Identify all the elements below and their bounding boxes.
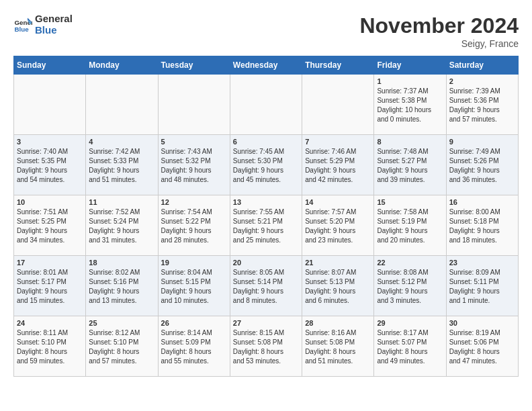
day-info: Sunrise: 7:54 AM Sunset: 5:22 PM Dayligh…: [161, 208, 227, 245]
calendar-cell: 1Sunrise: 7:37 AM Sunset: 5:38 PM Daylig…: [374, 75, 446, 135]
day-number: 28: [305, 319, 371, 327]
weekday-header-thursday: Thursday: [302, 56, 374, 75]
day-number: 20: [233, 259, 299, 267]
day-info: Sunrise: 8:19 AM Sunset: 5:06 PM Dayligh…: [449, 328, 515, 366]
calendar-cell: [14, 75, 86, 135]
day-number: 5: [161, 138, 227, 146]
day-info: Sunrise: 8:04 AM Sunset: 5:15 PM Dayligh…: [161, 268, 227, 306]
calendar-cell: 3Sunrise: 7:40 AM Sunset: 5:35 PM Daylig…: [14, 135, 86, 195]
calendar-cell: 13Sunrise: 7:55 AM Sunset: 5:21 PM Dayli…: [230, 195, 302, 256]
day-info: Sunrise: 8:16 AM Sunset: 5:08 PM Dayligh…: [305, 328, 371, 366]
weekday-header-wednesday: Wednesday: [230, 56, 302, 75]
day-number: 29: [377, 319, 443, 327]
calendar-cell: 8Sunrise: 7:48 AM Sunset: 5:27 PM Daylig…: [374, 135, 446, 195]
day-number: 11: [89, 198, 154, 206]
weekday-header-row: SundayMondayTuesdayWednesdayThursdayFrid…: [14, 56, 519, 75]
day-number: 4: [89, 138, 154, 146]
calendar-cell: 16Sunrise: 8:00 AM Sunset: 5:18 PM Dayli…: [446, 195, 518, 256]
day-info: Sunrise: 8:15 AM Sunset: 5:08 PM Dayligh…: [233, 328, 299, 366]
day-number: 24: [17, 319, 83, 327]
day-number: 7: [305, 138, 371, 146]
title-block: November 2024 Seigy, France: [359, 13, 519, 49]
day-number: 17: [17, 259, 83, 267]
calendar-cell: [302, 75, 374, 135]
calendar-cell: 30Sunrise: 8:19 AM Sunset: 5:06 PM Dayli…: [446, 316, 518, 377]
weekday-header-monday: Monday: [86, 56, 158, 75]
calendar-week-row: 10Sunrise: 7:51 AM Sunset: 5:25 PM Dayli…: [14, 195, 519, 256]
calendar-cell: 28Sunrise: 8:16 AM Sunset: 5:08 PM Dayli…: [302, 316, 374, 377]
calendar-cell: 14Sunrise: 7:57 AM Sunset: 5:20 PM Dayli…: [302, 195, 374, 256]
day-info: Sunrise: 7:43 AM Sunset: 5:32 PM Dayligh…: [161, 147, 227, 185]
day-info: Sunrise: 7:48 AM Sunset: 5:27 PM Dayligh…: [377, 147, 443, 185]
calendar-week-row: 1Sunrise: 7:37 AM Sunset: 5:38 PM Daylig…: [14, 75, 519, 135]
calendar-cell: 18Sunrise: 8:02 AM Sunset: 5:16 PM Dayli…: [86, 256, 158, 316]
day-number: 21: [305, 259, 371, 267]
day-number: 27: [233, 319, 299, 327]
day-number: 6: [233, 138, 299, 146]
calendar-cell: 23Sunrise: 8:09 AM Sunset: 5:11 PM Dayli…: [446, 256, 518, 316]
day-info: Sunrise: 8:01 AM Sunset: 5:17 PM Dayligh…: [17, 268, 83, 306]
day-info: Sunrise: 7:46 AM Sunset: 5:29 PM Dayligh…: [305, 147, 371, 185]
logo-icon: General Blue: [13, 15, 32, 34]
day-info: Sunrise: 8:00 AM Sunset: 5:18 PM Dayligh…: [449, 208, 515, 245]
calendar-cell: 29Sunrise: 8:17 AM Sunset: 5:07 PM Dayli…: [374, 316, 446, 377]
calendar-cell: 11Sunrise: 7:52 AM Sunset: 5:24 PM Dayli…: [86, 195, 158, 256]
day-number: 30: [449, 319, 515, 327]
calendar-cell: 25Sunrise: 8:12 AM Sunset: 5:10 PM Dayli…: [86, 316, 158, 377]
day-info: Sunrise: 8:11 AM Sunset: 5:10 PM Dayligh…: [17, 328, 83, 366]
day-info: Sunrise: 8:14 AM Sunset: 5:09 PM Dayligh…: [161, 328, 227, 366]
calendar-week-row: 17Sunrise: 8:01 AM Sunset: 5:17 PM Dayli…: [14, 256, 519, 316]
day-number: 26: [161, 319, 227, 327]
day-info: Sunrise: 7:45 AM Sunset: 5:30 PM Dayligh…: [233, 147, 299, 185]
day-number: 25: [89, 319, 154, 327]
calendar-table: SundayMondayTuesdayWednesdayThursdayFrid…: [13, 56, 519, 377]
logo: General Blue General Blue: [13, 13, 73, 36]
logo-general: General: [35, 13, 73, 24]
day-info: Sunrise: 8:02 AM Sunset: 5:16 PM Dayligh…: [89, 268, 154, 306]
day-info: Sunrise: 8:09 AM Sunset: 5:11 PM Dayligh…: [449, 268, 515, 306]
weekday-header-friday: Friday: [374, 56, 446, 75]
day-info: Sunrise: 7:40 AM Sunset: 5:35 PM Dayligh…: [17, 147, 83, 185]
day-info: Sunrise: 8:08 AM Sunset: 5:12 PM Dayligh…: [377, 268, 443, 306]
calendar-cell: 9Sunrise: 7:49 AM Sunset: 5:26 PM Daylig…: [446, 135, 518, 195]
day-number: 18: [89, 259, 154, 267]
calendar-cell: 24Sunrise: 8:11 AM Sunset: 5:10 PM Dayli…: [14, 316, 86, 377]
day-info: Sunrise: 8:07 AM Sunset: 5:13 PM Dayligh…: [305, 268, 371, 306]
day-info: Sunrise: 8:05 AM Sunset: 5:14 PM Dayligh…: [233, 268, 299, 306]
day-info: Sunrise: 7:51 AM Sunset: 5:25 PM Dayligh…: [17, 208, 83, 245]
calendar-cell: 22Sunrise: 8:08 AM Sunset: 5:12 PM Dayli…: [374, 256, 446, 316]
calendar-cell: 4Sunrise: 7:42 AM Sunset: 5:33 PM Daylig…: [86, 135, 158, 195]
day-info: Sunrise: 7:52 AM Sunset: 5:24 PM Dayligh…: [89, 208, 154, 245]
weekday-header-sunday: Sunday: [14, 56, 86, 75]
day-number: 3: [17, 138, 83, 146]
day-info: Sunrise: 7:57 AM Sunset: 5:20 PM Dayligh…: [305, 208, 371, 245]
day-info: Sunrise: 7:42 AM Sunset: 5:33 PM Dayligh…: [89, 147, 154, 185]
day-info: Sunrise: 7:55 AM Sunset: 5:21 PM Dayligh…: [233, 208, 299, 245]
day-number: 8: [377, 138, 443, 146]
day-number: 16: [449, 198, 515, 206]
calendar-cell: 15Sunrise: 7:58 AM Sunset: 5:19 PM Dayli…: [374, 195, 446, 256]
calendar-cell: 27Sunrise: 8:15 AM Sunset: 5:08 PM Dayli…: [230, 316, 302, 377]
calendar-cell: 5Sunrise: 7:43 AM Sunset: 5:32 PM Daylig…: [158, 135, 230, 195]
day-number: 22: [377, 259, 443, 267]
calendar-cell: 10Sunrise: 7:51 AM Sunset: 5:25 PM Dayli…: [14, 195, 86, 256]
day-info: Sunrise: 7:49 AM Sunset: 5:26 PM Dayligh…: [449, 147, 515, 185]
page-header: General Blue General Blue November 2024 …: [13, 13, 519, 49]
calendar-cell: [158, 75, 230, 135]
calendar-week-row: 24Sunrise: 8:11 AM Sunset: 5:10 PM Dayli…: [14, 316, 519, 377]
calendar-cell: 17Sunrise: 8:01 AM Sunset: 5:17 PM Dayli…: [14, 256, 86, 316]
day-number: 10: [17, 198, 83, 206]
day-number: 12: [161, 198, 227, 206]
calendar-cell: 19Sunrise: 8:04 AM Sunset: 5:15 PM Dayli…: [158, 256, 230, 316]
day-number: 9: [449, 138, 515, 146]
calendar-cell: 12Sunrise: 7:54 AM Sunset: 5:22 PM Dayli…: [158, 195, 230, 256]
calendar-week-row: 3Sunrise: 7:40 AM Sunset: 5:35 PM Daylig…: [14, 135, 519, 195]
day-number: 15: [377, 198, 443, 206]
logo-blue: Blue: [35, 25, 73, 36]
calendar-cell: 6Sunrise: 7:45 AM Sunset: 5:30 PM Daylig…: [230, 135, 302, 195]
calendar-cell: 20Sunrise: 8:05 AM Sunset: 5:14 PM Dayli…: [230, 256, 302, 316]
day-number: 2: [449, 77, 515, 85]
calendar-cell: 2Sunrise: 7:39 AM Sunset: 5:36 PM Daylig…: [446, 75, 518, 135]
day-number: 23: [449, 259, 515, 267]
day-number: 13: [233, 198, 299, 206]
